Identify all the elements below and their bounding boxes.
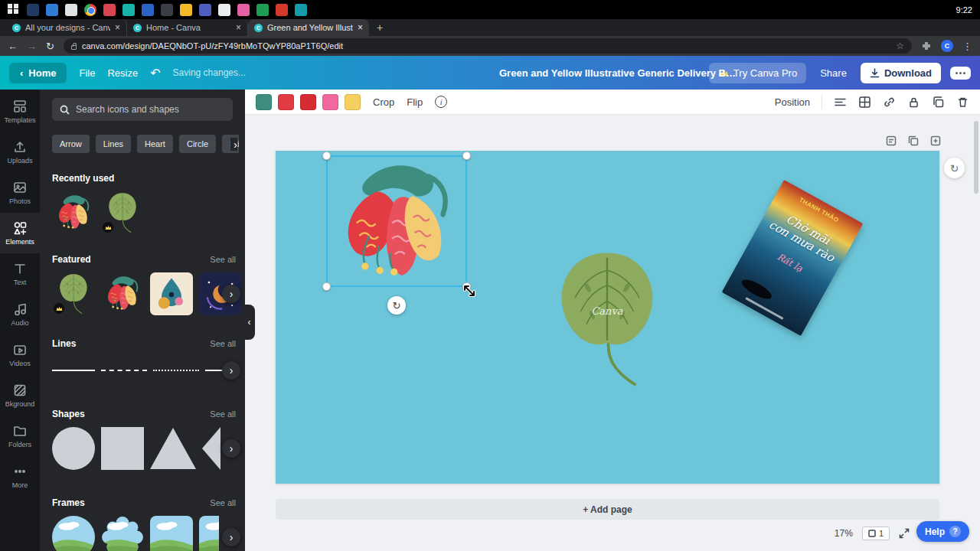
frame-circle[interactable] <box>52 516 95 551</box>
selection-box[interactable]: ↻ <box>326 155 467 287</box>
book-cover-element[interactable]: THANH THẢO Chờ mãi cơn mưa rào Rất lạ <box>722 180 864 336</box>
fullscreen-icon[interactable] <box>899 528 910 539</box>
frame-partial[interactable] <box>199 516 219 551</box>
see-all-link[interactable]: See all <box>210 409 236 419</box>
see-all-link[interactable]: See all <box>210 339 236 348</box>
app-icon[interactable] <box>142 4 154 16</box>
delete-icon[interactable] <box>956 96 969 109</box>
link-icon[interactable] <box>883 96 896 109</box>
bookmark-star-icon[interactable]: ☆ <box>896 41 904 51</box>
refresh-page-button[interactable]: ↻ <box>944 158 965 178</box>
app-icon[interactable] <box>218 4 230 16</box>
more-options-icon[interactable] <box>950 67 971 80</box>
pill-arrow[interactable]: Arrow <box>52 135 90 153</box>
color-swatch-crimson[interactable] <box>300 94 316 110</box>
forward-icon[interactable]: → <box>27 41 37 52</box>
sidebar-item-uploads[interactable]: Uploads <box>0 132 40 172</box>
duplicate-page-icon[interactable] <box>907 135 920 147</box>
sidebar-item-elements[interactable]: Elements <box>0 213 40 253</box>
element-thumb-flower[interactable] <box>52 191 95 234</box>
transparency-icon[interactable] <box>858 96 871 109</box>
color-swatch-yellow[interactable] <box>345 94 361 110</box>
page-indicator[interactable]: 1 <box>862 527 890 540</box>
resize-handle[interactable] <box>462 152 471 160</box>
browser-menu-icon[interactable]: ⋮ <box>962 41 972 52</box>
crop-button[interactable]: Crop <box>373 96 394 108</box>
pill-lines[interactable]: Lines <box>96 135 131 153</box>
start-icon[interactable] <box>8 4 20 16</box>
color-swatch-red[interactable] <box>278 94 294 110</box>
pill-circle[interactable]: Circle <box>179 135 216 153</box>
url-bar[interactable]: canva.com/design/DAEQNbOT-pU/zFY49rbMoTQ… <box>64 38 912 54</box>
sidebar-item-background[interactable]: Bkground <box>0 375 40 416</box>
sidebar-item-audio[interactable]: Audio <box>0 294 40 334</box>
leaf-element[interactable]: Canva <box>550 246 665 392</box>
sidebar-item-more[interactable]: More <box>0 456 40 497</box>
see-all-link[interactable]: See all <box>210 255 236 264</box>
chevron-right-icon[interactable]: › <box>222 285 240 303</box>
arrange-icon[interactable] <box>834 96 847 109</box>
app-icon[interactable] <box>237 4 250 16</box>
undo-icon[interactable]: ↶ <box>150 66 160 80</box>
chevron-right-icon[interactable]: › <box>230 138 237 151</box>
element-thumb-leaf[interactable] <box>101 191 144 234</box>
scrollbar[interactable] <box>974 121 978 194</box>
close-icon[interactable]: × <box>236 23 241 32</box>
close-icon[interactable]: × <box>358 23 363 32</box>
shape-circle[interactable] <box>52 427 95 470</box>
add-page-icon[interactable] <box>929 135 942 147</box>
position-button[interactable]: Position <box>775 96 810 108</box>
extension-puzzle-icon[interactable] <box>921 41 932 51</box>
share-button[interactable]: Share <box>815 63 851 83</box>
new-tab-button[interactable]: + <box>369 21 390 34</box>
canvas-workspace[interactable]: ‹ ↻ ↻ <box>245 115 980 551</box>
panel-collapse-icon[interactable]: ‹ <box>245 305 255 340</box>
element-thumb-abstract[interactable] <box>150 272 193 315</box>
browser-tab[interactable]: C All your designs - Canva × <box>6 19 127 36</box>
chevron-right-icon[interactable]: › <box>222 528 240 546</box>
rotate-handle[interactable]: ↻ <box>387 296 406 315</box>
notes-icon[interactable] <box>885 135 897 147</box>
sidebar-item-templates[interactable]: Templates <box>0 91 40 132</box>
design-title[interactable]: Green and Yellow Illustrative Generic De… <box>499 67 740 79</box>
chrome-icon[interactable] <box>84 4 96 16</box>
app-icon[interactable] <box>276 4 288 16</box>
sidebar-item-text[interactable]: Text <box>0 253 40 294</box>
design-page[interactable]: ↻ Canva THANH THẢO Chờ mãi c <box>276 151 939 484</box>
app-icon[interactable] <box>27 4 39 16</box>
shape-square[interactable] <box>101 427 144 470</box>
duplicate-icon[interactable] <box>932 96 945 109</box>
element-thumb-flower[interactable] <box>101 272 144 315</box>
shape-triangle[interactable] <box>150 428 196 469</box>
line-dotted[interactable] <box>153 370 199 371</box>
lock-icon[interactable] <box>907 96 920 109</box>
page-url[interactable]: canva.com/design/DAEQNbOT-pU/zFY49rbMoTQ… <box>82 41 890 51</box>
app-icon[interactable] <box>122 4 135 16</box>
home-button[interactable]: ‹ Home <box>9 63 67 83</box>
color-swatch-pink[interactable] <box>322 94 338 110</box>
resize-handle[interactable] <box>322 282 331 291</box>
search-input[interactable] <box>76 104 225 115</box>
chevron-right-icon[interactable]: › <box>222 361 240 380</box>
frame-scallop[interactable] <box>101 516 144 551</box>
app-icon[interactable] <box>199 4 211 16</box>
browser-tab[interactable]: C Home - Canva × <box>127 19 248 36</box>
add-page-button[interactable]: + Add page <box>276 499 939 520</box>
browser-tab-active[interactable]: C Green and Yellow Illustrative Ge × <box>248 19 369 36</box>
line-dashed[interactable] <box>101 370 147 371</box>
sidebar-item-videos[interactable]: Videos <box>0 334 40 375</box>
chevron-right-icon[interactable]: › <box>222 439 240 458</box>
see-all-link[interactable]: See all <box>210 498 236 507</box>
reload-icon[interactable]: ↻ <box>46 41 54 52</box>
resize-menu[interactable]: Resize <box>107 67 138 79</box>
app-icon[interactable] <box>103 4 116 16</box>
app-icon[interactable] <box>180 4 192 16</box>
info-icon[interactable]: i <box>435 96 447 108</box>
app-icon[interactable] <box>46 4 58 16</box>
app-icon[interactable] <box>256 4 269 16</box>
help-button[interactable]: Help ? <box>916 521 969 542</box>
file-menu[interactable]: File <box>79 67 95 79</box>
profile-avatar[interactable]: C <box>941 40 953 52</box>
sidebar-item-photos[interactable]: Photos <box>0 172 40 213</box>
resize-handle[interactable] <box>322 152 331 160</box>
